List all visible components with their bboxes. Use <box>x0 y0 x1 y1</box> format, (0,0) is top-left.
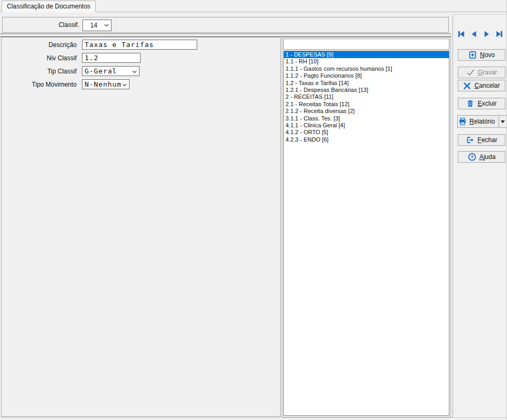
niv-classif-value: 1.2 <box>85 54 98 62</box>
list-filter-input[interactable] <box>283 39 449 50</box>
tipo-movimento-label: Tipo Movimento <box>2 79 77 89</box>
last-record-icon <box>495 30 503 38</box>
classif-panel: Classif. 14 <box>2 17 449 33</box>
excluir-label: Excluir <box>477 100 496 107</box>
first-record-icon <box>457 30 465 38</box>
chevron-down-icon <box>104 24 109 27</box>
classification-listbox[interactable]: 1 - DESPESAS [9]1.1 - RH [10]1.1.1 - Gas… <box>283 51 449 416</box>
chevron-down-icon <box>132 70 137 73</box>
printer-icon <box>458 117 467 126</box>
list-item[interactable]: 4.1.1 - Clinica Geral [4] <box>284 122 449 129</box>
tipo-movimento-value: N-Nenhum <box>85 80 122 88</box>
window-bottom-edge <box>0 417 507 418</box>
list-item[interactable]: 1 - DESPESAS [9] <box>284 51 449 58</box>
relatorio-button[interactable]: Relatório <box>457 115 507 128</box>
list-item[interactable]: 2 - RECEITAS [11] <box>284 94 449 100</box>
list-item[interactable]: 4.1.2 - ORTO [5] <box>284 129 449 136</box>
gravar-label: Gravar <box>478 69 497 76</box>
tip-classif-select[interactable]: G-Geral <box>82 66 140 76</box>
dropdown-arrow-icon <box>501 120 505 123</box>
next-record-button[interactable] <box>483 30 491 38</box>
trash-icon <box>466 99 474 108</box>
excluir-button[interactable]: Excluir <box>458 98 505 109</box>
tab-label: Classificação de Documentos <box>7 3 90 10</box>
ajuda-button[interactable]: ? Ajuda <box>458 151 505 163</box>
relatorio-main[interactable]: Relatório <box>458 116 495 127</box>
first-record-button[interactable] <box>457 30 465 38</box>
new-document-icon <box>468 51 477 59</box>
cancelar-label: Cancelar <box>474 82 500 89</box>
cancelar-button[interactable]: Cancelar <box>458 80 505 91</box>
x-icon <box>463 82 471 90</box>
check-icon <box>466 68 475 77</box>
previous-record-icon <box>470 30 478 38</box>
descricao-value: Taxas e Tarifas <box>85 41 154 49</box>
novo-label: Novo <box>480 51 495 59</box>
next-record-icon <box>483 30 491 38</box>
descricao-input[interactable]: Taxas e Tarifas <box>82 40 197 50</box>
help-icon: ? <box>468 153 476 161</box>
relatorio-dropdown-button[interactable] <box>499 116 506 127</box>
form-panel: Descrição Taxas e Tarifas Niv Classif 1.… <box>1 37 281 417</box>
classif-combo[interactable]: 14 <box>82 20 112 31</box>
list-item[interactable]: 1.1 - RH [10] <box>284 58 449 65</box>
niv-classif-input[interactable]: 1.2 <box>82 53 141 63</box>
list-panel: 1 - DESPESAS [9]1.1 - RH [10]1.1.1 - Gas… <box>282 37 451 417</box>
tipo-movimento-select[interactable]: N-Nenhum <box>82 79 130 89</box>
tab-classificacao-de-documentos[interactable]: Classificação de Documentos <box>2 1 96 12</box>
svg-text:?: ? <box>471 154 474 160</box>
gravar-button: Gravar <box>458 67 505 78</box>
list-item[interactable]: 4.2.3 - ENDO [6] <box>284 136 449 143</box>
fechar-label: Fechar <box>477 136 497 144</box>
sidebar: Novo Gravar Cancelar Excluir Relatório F… <box>453 14 507 417</box>
list-item[interactable]: 1.1.2 - Pagto Funcionarios [8] <box>284 72 449 79</box>
descricao-label: Descrição <box>2 40 77 50</box>
list-item[interactable]: 3.1.1 - Class. Tes. [3] <box>284 115 449 122</box>
list-item[interactable]: 1.2.1 - Despesas Bancárias [13] <box>284 87 449 94</box>
chevron-down-icon <box>122 83 127 87</box>
list-item[interactable]: 1.2 - Taxas e Tarifas [14] <box>284 80 449 87</box>
classif-label: Classif. <box>3 17 79 32</box>
relatorio-label: Relatório <box>469 118 495 125</box>
list-item[interactable]: 2.1.2 - Receita diversas [2] <box>284 108 449 115</box>
ajuda-label: Ajuda <box>480 153 496 161</box>
fechar-button[interactable]: Fechar <box>458 134 505 146</box>
horizontal-splitter[interactable] <box>0 33 451 37</box>
list-item[interactable]: 2.1 - Receitas Totais [12] <box>284 101 449 108</box>
novo-button[interactable]: Novo <box>458 49 505 61</box>
record-navigator <box>453 30 507 38</box>
last-record-button[interactable] <box>495 30 503 38</box>
exit-icon <box>466 136 474 144</box>
tip-classif-value: G-Geral <box>85 67 117 75</box>
list-item[interactable]: 1.1.1 - Gastos com recursos humanos [1] <box>284 66 449 72</box>
tip-classif-label: Tip Classif <box>2 66 77 76</box>
previous-record-button[interactable] <box>470 30 478 38</box>
niv-classif-label: Niv Classif <box>2 53 77 63</box>
